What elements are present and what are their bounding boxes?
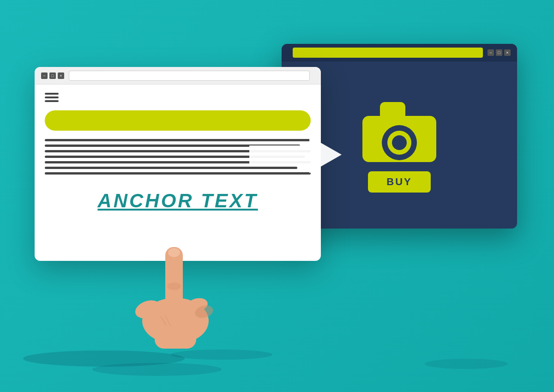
menu-line-3 <box>45 100 59 102</box>
arrow-container <box>249 136 342 175</box>
shadow-blob-2 <box>92 363 222 376</box>
minimize-button-right[interactable]: − <box>488 49 494 56</box>
svg-rect-2 <box>418 110 426 116</box>
maximize-button-right[interactable]: □ <box>496 49 502 56</box>
pointing-hand-icon <box>129 219 222 349</box>
svg-rect-14 <box>155 330 196 349</box>
anchor-text[interactable]: ANCHOR TEXT <box>97 190 258 211</box>
minimize-button-left[interactable]: − <box>41 72 48 79</box>
svg-point-10 <box>167 283 181 290</box>
close-button-right[interactable]: × <box>504 49 511 56</box>
close-button-left[interactable]: × <box>58 72 64 79</box>
direction-arrow <box>249 136 342 173</box>
maximize-button-left[interactable]: □ <box>49 72 56 79</box>
shadow-blob-3 <box>171 350 272 360</box>
svg-point-11 <box>168 248 180 257</box>
hand-pointing <box>129 219 222 350</box>
url-bar-right[interactable] <box>293 48 483 58</box>
svg-marker-6 <box>249 136 342 173</box>
shadow-blob-4 <box>425 359 508 369</box>
browser-titlebar-right: − □ × <box>282 44 517 61</box>
svg-point-5 <box>392 135 407 150</box>
hamburger-menu <box>45 93 311 102</box>
menu-line-1 <box>45 93 59 95</box>
anchor-text-container[interactable]: ANCHOR TEXT <box>45 187 311 212</box>
browser-titlebar-left: − □ × <box>35 67 321 84</box>
menu-line-2 <box>45 96 59 98</box>
buy-button[interactable]: BUY <box>368 171 430 193</box>
svg-rect-1 <box>380 102 405 120</box>
camera-icon <box>362 102 436 162</box>
highlight-bar <box>45 110 311 131</box>
url-bar-left[interactable] <box>69 71 310 81</box>
